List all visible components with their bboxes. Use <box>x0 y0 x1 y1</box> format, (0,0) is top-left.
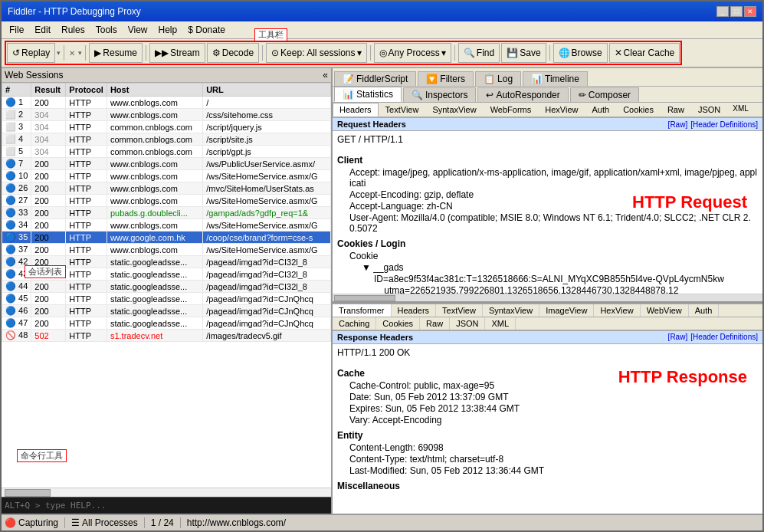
close-button[interactable]: ✕ <box>744 6 756 17</box>
menu-tools[interactable]: Tools <box>91 23 122 37</box>
menu-file[interactable]: File <box>5 23 28 37</box>
cell-protocol: HTTP <box>66 170 107 182</box>
tab-filters[interactable]: 🔽 Filters <box>418 71 474 86</box>
table-row[interactable]: 🚫 48 502 HTTP s1.tradecv.net /images/tra… <box>2 330 331 342</box>
autoresponder-icon: ↩ <box>486 90 493 100</box>
session-table[interactable]: # Result Protocol Host URL 🔵 1 200 HTTP … <box>2 83 331 488</box>
cell-id: 🔵 46 <box>2 305 31 317</box>
table-row[interactable]: 🔵 1 200 HTTP www.cnblogs.com / <box>2 97 331 109</box>
resp-tab-headers[interactable]: Headers <box>392 304 437 317</box>
response-raw-link[interactable]: [Raw] <box>668 333 688 341</box>
log-icon: 📋 <box>484 74 495 84</box>
window-controls: _ □ ✕ <box>716 6 756 17</box>
request-raw-link[interactable]: [Raw] <box>668 120 688 129</box>
response-def-link[interactable]: [Header Definitions] <box>690 333 758 341</box>
itab-textview[interactable]: TextView <box>379 103 426 117</box>
resp-tab-textview[interactable]: TextView <box>436 304 483 317</box>
cell-url: /script/gpt.js <box>203 146 331 158</box>
table-row[interactable]: 🔵 10 200 HTTP www.cnblogs.com /ws/SiteHo… <box>2 170 331 182</box>
cell-protocol: HTTP <box>66 305 107 317</box>
table-row[interactable]: ⬜ 5 304 HTTP common.cnblogs.com /script/… <box>2 146 331 158</box>
browse-button[interactable]: 🌐 Browse <box>553 43 608 63</box>
table-row[interactable]: 🔵 37 200 HTTP www.cnblogs.com /ws/SiteHo… <box>2 244 331 256</box>
tab-timeline[interactable]: 📊 Timeline <box>523 71 588 86</box>
table-row[interactable]: ⬜ 2 304 HTTP www.cnblogs.com /css/siteho… <box>2 109 331 121</box>
sessions-table: # Result Protocol Host URL 🔵 1 200 HTTP … <box>2 83 331 342</box>
tab-fiddlerscript[interactable]: 📝 FiddlerScript <box>334 71 416 86</box>
cell-result: 200 <box>31 244 66 256</box>
date-header: Date: Sun, 05 Feb 2012 13:37:09 GMT <box>349 392 758 402</box>
table-row[interactable]: 🔵 7 200 HTTP www.cnblogs.com /ws/PublicU… <box>2 158 331 170</box>
tab-log[interactable]: 📋 Log <box>475 71 521 86</box>
menu-donate[interactable]: $ Donate <box>183 23 230 37</box>
menu-edit[interactable]: Edit <box>30 23 55 37</box>
itab-cookies[interactable]: Cookies <box>616 103 661 117</box>
resp-tab-auth[interactable]: Auth <box>689 304 720 317</box>
request-scrollbar-h[interactable] <box>333 294 762 301</box>
cell-protocol: HTTP <box>66 158 107 170</box>
request-scroll-thumb[interactable] <box>334 295 395 301</box>
itab-webforms[interactable]: WebForms <box>484 103 539 117</box>
resp-tab-imageview[interactable]: ImageView <box>539 304 594 317</box>
response-content[interactable]: HTTP/1.1 200 OK Cache Cache-Control: pub… <box>333 344 762 514</box>
table-row[interactable]: 🔵 33 200 HTTP pubads.g.doublecli... /gam… <box>2 207 331 219</box>
replay-button[interactable]: ↺ Replay <box>7 43 55 63</box>
table-row[interactable]: 🔵 35 200 HTTP www.google.com.hk /coop/cs… <box>2 232 331 244</box>
resp-tab-xml[interactable]: XML <box>485 317 516 330</box>
session-scrollbar-h[interactable] <box>2 488 331 497</box>
table-row[interactable]: 🔵 27 200 HTTP www.cnblogs.com /ws/SiteHo… <box>2 195 331 207</box>
decode-button[interactable]: ⚙ Decode <box>207 43 259 63</box>
tab-autoresponder[interactable]: ↩ AutoResponder <box>477 87 568 102</box>
itab-auth[interactable]: Auth <box>585 103 617 117</box>
itab-raw[interactable]: Raw <box>661 103 691 117</box>
command-input[interactable] <box>5 501 328 511</box>
maximize-button[interactable]: □ <box>730 6 743 17</box>
resp-tab-syntaxview[interactable]: SyntaxView <box>483 304 539 317</box>
cell-host: static.googleadsse... <box>107 256 202 268</box>
resp-tab-caching[interactable]: Caching <box>333 317 376 330</box>
stream-button[interactable]: ▶▶ Stream <box>149 43 205 63</box>
table-row[interactable]: 🔵 44 200 HTTP static.googleadsse... /pag… <box>2 281 331 293</box>
menu-help[interactable]: Help <box>154 23 182 37</box>
table-row[interactable]: 🔵 45 200 HTTP static.googleadsse... /pag… <box>2 293 331 305</box>
itab-headers[interactable]: Headers <box>333 103 379 117</box>
response-first-line: HTTP/1.1 200 OK <box>337 347 758 358</box>
table-row[interactable]: 🔵 46 200 HTTP static.googleadsse... /pag… <box>2 305 331 317</box>
tab-composer[interactable]: ✏ Composer <box>570 87 639 102</box>
itab-xml[interactable]: XML <box>727 103 754 117</box>
resp-tab-hexview[interactable]: HexView <box>594 304 640 317</box>
scroll-thumb[interactable] <box>5 489 51 497</box>
table-row[interactable]: 🔵 47 200 HTTP static.googleadsse... /pag… <box>2 317 331 330</box>
table-row[interactable]: ⬜ 4 304 HTTP common.cnblogs.com /script/… <box>2 133 331 146</box>
clear-cache-button[interactable]: ✕ Clear Cache <box>609 43 680 63</box>
response-entity-section: Entity Content-Length: 69098 Content-Typ… <box>337 430 758 476</box>
tab-inspectors[interactable]: 🔍 Inspectors <box>403 87 476 102</box>
request-def-link[interactable]: [Header Definitions] <box>690 120 758 129</box>
resp-tab-webview[interactable]: WebView <box>641 304 689 317</box>
request-content[interactable]: GET / HTTP/1.1 Client Accept: image/jpeg… <box>333 131 762 294</box>
resp-tab-cookies[interactable]: Cookies <box>376 317 420 330</box>
itab-json[interactable]: JSON <box>691 103 727 117</box>
table-row[interactable]: 🔵 34 200 HTTP www.cnblogs.com /ws/SiteHo… <box>2 219 331 232</box>
resume-button[interactable]: ▶ Resume <box>89 43 143 63</box>
process-button[interactable]: ◎ Any Process ▾ <box>374 43 451 63</box>
menu-view[interactable]: View <box>123 23 152 37</box>
save-button[interactable]: 💾 Save <box>501 43 546 63</box>
table-row[interactable]: ⬜ 3 304 HTTP common.cnblogs.com /script/… <box>2 121 331 133</box>
minimize-button[interactable]: _ <box>716 6 729 17</box>
resp-tab-raw[interactable]: Raw <box>420 317 450 330</box>
resp-tab-transformer[interactable]: Transformer <box>333 304 392 317</box>
gads-cookie: ▼ __gads <box>362 262 758 273</box>
cell-result: 502 <box>31 330 66 342</box>
table-row[interactable]: 🔵 26 200 HTTP www.cnblogs.com /mvc/SiteH… <box>2 182 331 195</box>
itab-hexview[interactable]: HexView <box>538 103 585 117</box>
cell-url: /css/sitehome.css <box>203 109 331 121</box>
fiddlerscript-icon: 📝 <box>343 74 354 84</box>
menu-rules[interactable]: Rules <box>57 23 90 37</box>
tab-statistics[interactable]: 📊 Statistics <box>334 87 402 102</box>
keep-button[interactable]: ⊙ Keep: All sessions ▾ <box>266 43 366 63</box>
itab-syntaxview[interactable]: SyntaxView <box>425 103 483 117</box>
sessions-collapse-button[interactable]: « <box>323 70 328 80</box>
find-button[interactable]: 🔍 Find <box>458 43 500 63</box>
resp-tab-json[interactable]: JSON <box>450 317 485 330</box>
